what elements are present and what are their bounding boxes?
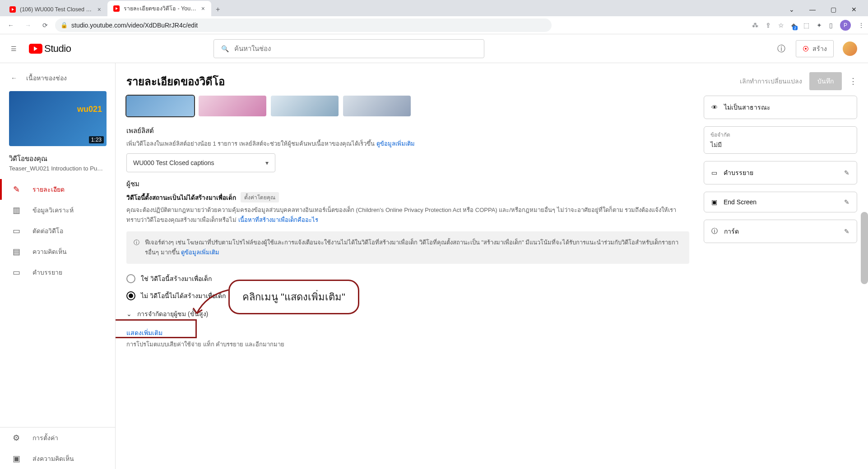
content-column: รายละเอียดของวิดีโอ เลิกทำการเปลี่ยนแปลง… — [116, 63, 868, 469]
cards-card[interactable]: ⓘ การ์ด ✎ — [704, 220, 857, 243]
save-button[interactable]: บันทึก — [809, 72, 842, 90]
main: รายละเอียดของวิดีโอ เลิกทำการเปลี่ยนแปลง… — [116, 63, 868, 469]
pencil-icon[interactable]: ✎ — [844, 228, 849, 235]
playlist-help: เพิ่มวิดีโอลงในเพลย์ลิสต์อย่างน้อย 1 ราย… — [126, 139, 689, 149]
studio-header: ☰ Studio 🔍 ⓘ ⦿ สร้าง — [0, 34, 868, 63]
sidebar: ← เนื้อหาของช่อง wu021 1:23 วิดีโอของคุณ… — [0, 63, 116, 469]
thumbnail-option-4[interactable] — [343, 96, 411, 116]
info-callout: ⓘ ฟีเจอร์ต่างๆ เช่น โฆษณาที่ปรับตามโปรไฟ… — [126, 231, 689, 264]
nav-label: ส่งความคิดเห็น — [32, 454, 74, 464]
nav-subtitles[interactable]: ▭ คำบรรยาย — [0, 262, 115, 283]
cards-label: การ์ด — [724, 226, 739, 236]
coppa-help: คุณจะต้องปฏิบัติตามกฎหมายว่าด้วยความคุ้ม… — [126, 205, 689, 225]
profile-avatar[interactable]: P — [840, 20, 851, 31]
nav-list: ✎ รายละเอียด ▥ ข้อมูลวิเคราะห์ ▭ ตัดต่อว… — [0, 179, 115, 427]
scrollbar[interactable] — [861, 212, 868, 284]
reload-icon[interactable]: ⟳ — [38, 18, 52, 32]
nav-label: คำบรรยาย — [32, 267, 62, 277]
thumbnail-option-3[interactable] — [271, 96, 339, 116]
close-icon[interactable]: × — [97, 6, 102, 13]
your-video-heading: วิดีโอของคุณ — [9, 153, 106, 164]
chevron-down-icon: ⌄ — [126, 310, 132, 317]
pencil-icon[interactable]: ✎ — [844, 198, 849, 206]
comments-icon: ▤ — [11, 247, 22, 257]
nav-editor[interactable]: ▭ ตัดต่อวิดีโอ — [0, 221, 115, 241]
video-filename: Teaser_WU021 Introduction to Publi... — [9, 165, 106, 172]
info-icon: ⓘ — [711, 227, 718, 235]
channel-avatar[interactable] — [843, 41, 857, 56]
chevron-down-icon: ▾ — [265, 159, 269, 166]
back-to-content[interactable]: ← เนื้อหาของช่อง — [0, 69, 115, 87]
tab-title: รายละเอียดของวิดีโอ - YouTube Stu — [124, 4, 197, 13]
pencil-icon[interactable]: ✎ — [844, 169, 849, 176]
visibility-card[interactable]: 👁 ไม่เป็นสาธารณะ — [704, 96, 857, 119]
new-tab-button[interactable]: + — [211, 3, 224, 16]
page-actions: เลิกทำการเปลี่ยนแปลง บันทึก ⋮ — [740, 72, 857, 90]
camera-icon: ⦿ — [803, 45, 809, 52]
help-icon[interactable]: ⓘ — [776, 43, 787, 54]
nav-analytics[interactable]: ▥ ข้อมูลวิเคราะห์ — [0, 200, 115, 221]
nav-label: ความคิดเห็น — [32, 247, 67, 257]
kebab-icon[interactable]: ⋮ — [858, 22, 864, 29]
set-by-you-badge: ตั้งค่าโดยคุณ — [241, 192, 279, 202]
endscreen-icon: ▣ — [711, 198, 717, 206]
share-icon[interactable]: ⇪ — [766, 22, 771, 29]
info-learn-more-link[interactable]: ดูข้อมูลเพิ่มเติม — [181, 249, 219, 256]
url-field[interactable]: 🔒 studio.youtube.com/video/XdDBuRrJR4c/e… — [55, 18, 552, 32]
search-input[interactable] — [234, 45, 477, 52]
annotation-callout: คลิกเมนู "แสดงเพิ่มเติม" — [228, 280, 359, 314]
browser-tab-2[interactable]: รายละเอียดของวิดีโอ - YouTube Stu × — [107, 1, 211, 16]
right-column: 👁 ไม่เป็นสาธารณะ ข้อจำกัด ไม่มี ▭ คำบรรย… — [704, 96, 857, 349]
nav-comments[interactable]: ▤ ความคิดเห็น — [0, 241, 115, 262]
extension-icon[interactable]: ⬚ — [803, 22, 809, 29]
gear-icon: ⚙ — [11, 433, 22, 443]
playlist-select[interactable]: WU000 Test Closed captions ▾ — [126, 153, 275, 172]
nav-feedback[interactable]: ▣ ส่งความคิดเห็น — [0, 448, 115, 469]
studio-logo[interactable]: Studio — [29, 43, 71, 55]
create-button[interactable]: ⦿ สร้าง — [796, 40, 834, 57]
youtube-icon — [9, 6, 16, 13]
restrictions-label: ข้อจำกัด — [710, 130, 730, 139]
back-icon[interactable]: ← — [4, 18, 18, 32]
endscreen-card[interactable]: ▣ End Screen ✎ — [704, 192, 857, 212]
close-icon[interactable]: × — [200, 5, 206, 12]
star-icon[interactable]: ☆ — [778, 22, 784, 29]
nav-settings[interactable]: ⚙ การตั้งค่า — [0, 428, 115, 448]
close-window-icon[interactable]: ✕ — [844, 3, 864, 16]
hamburger-icon[interactable]: ☰ — [11, 45, 22, 52]
chevron-down-icon[interactable]: ⌄ — [781, 3, 802, 16]
sidepanel-icon[interactable]: ▯ — [829, 22, 833, 29]
thumbnail-row — [126, 96, 689, 116]
kebab-icon[interactable]: ⋮ — [849, 76, 857, 86]
thumbnail-option-2[interactable] — [199, 96, 266, 116]
window-controls: ⌄ — ▢ ✕ — [781, 3, 864, 16]
extension-icon[interactable]: ◆ — [791, 22, 796, 29]
undo-changes-button[interactable]: เลิกทำการเปลี่ยนแปลง — [740, 76, 802, 86]
thumbnail-option-1[interactable] — [126, 96, 194, 116]
mfk-yes-radio[interactable]: ใช่ วิดีโอนี้สร้างมาเพื่อเด็ก — [126, 270, 689, 287]
app-body: ← เนื้อหาของช่อง wu021 1:23 วิดีโอของคุณ… — [0, 63, 868, 469]
radio-label: ใช่ วิดีโอนี้สร้างมาเพื่อเด็ก — [141, 274, 212, 284]
translate-icon[interactable]: ⁂ — [752, 22, 758, 29]
playlist-heading: เพลย์ลิสต์ — [126, 125, 689, 136]
maximize-icon[interactable]: ▢ — [823, 3, 844, 16]
nav-label: ข้อมูลวิเคราะห์ — [32, 205, 74, 215]
nav-details[interactable]: ✎ รายละเอียด — [0, 179, 115, 200]
browser-tab-1[interactable]: (106) WU000 Test Closed caption × — [4, 3, 107, 16]
playlist-learn-more-link[interactable]: ดูข้อมูลเพิ่มเติม — [376, 140, 415, 147]
youtube-icon — [29, 44, 42, 54]
tab-bar: (106) WU000 Test Closed caption × รายละเ… — [0, 0, 868, 16]
feedback-icon: ▣ — [11, 454, 22, 464]
radio-icon — [126, 274, 135, 283]
search-box[interactable]: 🔍 — [214, 39, 484, 58]
subtitles-card[interactable]: ▭ คำบรรยาย ✎ — [704, 161, 857, 184]
youtube-icon — [113, 5, 120, 12]
restrictions-value: ไม่มี — [710, 140, 722, 150]
nav-label: รายละเอียด — [32, 184, 65, 194]
puzzle-icon[interactable]: ✦ — [817, 22, 822, 29]
coppa-learn-more-link[interactable]: เนื้อหาที่สร้างมาเพื่อเด็กคืออะไร — [238, 216, 318, 223]
restrictions-card: ข้อจำกัด ไม่มี — [704, 126, 857, 154]
minimize-icon[interactable]: — — [802, 3, 823, 16]
video-thumbnail[interactable]: wu021 1:23 — [9, 91, 107, 146]
subtitles-label: คำบรรยาย — [724, 168, 753, 178]
